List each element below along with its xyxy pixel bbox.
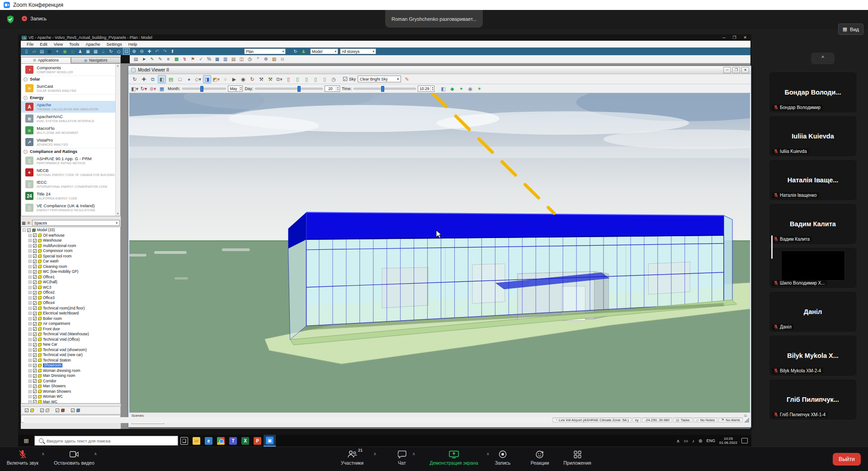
recording-indicator[interactable]: Запись	[22, 16, 47, 21]
collapse-icon[interactable]: −	[24, 150, 28, 154]
share-screen-button[interactable]: Демонстрация экрана	[422, 449, 486, 466]
expand-icon[interactable]: +	[28, 390, 32, 393]
checkbox-checked-icon[interactable]: ✓	[33, 379, 37, 383]
month-slider[interactable]	[182, 88, 226, 90]
Гліб Пилипчук...[interactable]: Гліб Пилипчук... Гліб Пилипчук ХМ-1-4	[769, 379, 857, 420]
checkbox-checked-icon[interactable]: ✓	[33, 364, 37, 367]
checkbox-checked-icon[interactable]: ✓	[33, 270, 37, 274]
checkbox-checked-icon[interactable]: ✓	[33, 233, 37, 237]
month-spinner[interactable]: May▲▼	[228, 86, 243, 92]
tree-item[interactable]: + ✓ WC(hall)	[21, 280, 120, 285]
zoom-window-icon[interactable]: ⊡	[123, 48, 130, 55]
checkbox-checked-icon[interactable]: ✓	[33, 291, 37, 295]
expand-icon[interactable]: +	[28, 239, 32, 242]
Бондар Володи...[interactable]: Бондар Володи... Бондар Володимир	[769, 71, 857, 113]
calendar-icon[interactable]: ▦	[158, 85, 166, 93]
zoom-out-icon[interactable]: ⊖	[138, 48, 145, 55]
tree-item[interactable]: + ✓ multifunctional room	[21, 243, 120, 249]
powerpoint-icon[interactable]: P	[251, 435, 264, 447]
ashrae-app[interactable]: ▯ ASHRAE 90.1 App. G - PRM PERFORMANCE R…	[21, 155, 120, 167]
view-button[interactable]: ▦ Вид	[838, 24, 863, 35]
expand-icon[interactable]: +	[28, 348, 32, 352]
mute-options-chevron[interactable]: ∧	[42, 452, 45, 456]
checkbox-checked-icon[interactable]: ✓	[33, 254, 37, 258]
menu-item[interactable]: Edit	[37, 42, 50, 47]
view-mode-select[interactable]: Plan ▾	[244, 48, 286, 54]
menu-item[interactable]: Apache	[82, 42, 103, 47]
expand-icon[interactable]: +	[28, 328, 32, 331]
tab-applications[interactable]: ⚙ Applications	[21, 57, 71, 63]
checkbox-checked-icon[interactable]: ✓	[25, 409, 28, 412]
model-viewer-titlebar[interactable]: Model Viewer II ─ ❐ ✕	[128, 66, 751, 74]
collapse-icon[interactable]: −	[23, 228, 26, 232]
checkbox-checked-icon[interactable]: ✓	[33, 239, 37, 243]
tree-item[interactable]: + ✓ Boiler room	[21, 316, 120, 322]
open-folder-icon[interactable]: ▱	[31, 48, 38, 55]
checkbox-checked-icon[interactable]: ✓	[33, 306, 37, 310]
video-options-chevron[interactable]: ∧	[94, 452, 97, 456]
shading-icon[interactable]: ◎	[69, 48, 76, 55]
taskbar-search[interactable]: Введите здесь текст для поиска	[34, 436, 178, 446]
copy-icon[interactable]: ⧉	[279, 56, 286, 62]
tree-item[interactable]: + ✓ Woman dreesing room	[21, 368, 120, 374]
fit-view-icon[interactable]: ◇	[115, 48, 122, 55]
participants-collapse-button[interactable]: ^	[811, 52, 835, 64]
flag-icon[interactable]: ⚑	[189, 56, 196, 62]
tree-item[interactable]: + ✓ Technical Void (Warehouse)	[21, 332, 120, 337]
checkbox-checked-icon[interactable]: ✓	[33, 385, 37, 388]
tree-item[interactable]: + ✓ Showroom	[21, 363, 120, 368]
checkbox-checked-icon[interactable]: ✓	[33, 333, 37, 336]
tab-navigators[interactable]: ◍ Navigators	[71, 57, 121, 63]
checkbox-checked-icon[interactable]: ✓	[33, 369, 37, 372]
tree-item[interactable]: + ✓ Man WC	[21, 400, 120, 404]
material-view-icon[interactable]: ◩▾	[212, 75, 220, 83]
collapse-icon[interactable]: −	[24, 77, 28, 81]
ve-scripts-icon[interactable]: ✦	[54, 48, 61, 55]
tree-item[interactable]: + ✓ Office3	[21, 295, 120, 301]
edit-template-icon[interactable]: ✎	[157, 56, 164, 62]
zoom-app-icon[interactable]: ▣	[264, 435, 276, 447]
record-button[interactable]: Запись	[489, 449, 516, 466]
sky-select[interactable]: Clear Bright Sky ▾	[358, 76, 401, 82]
expand-icon[interactable]: +	[28, 312, 32, 315]
participants-options-chevron[interactable]: ∧	[373, 452, 377, 456]
climate-table-icon[interactable]: ◫	[238, 56, 245, 62]
checkbox-checked-icon[interactable]: ✓	[33, 343, 37, 347]
grid-icon[interactable]: ▦	[92, 48, 99, 55]
check-icon[interactable]: ✓	[198, 56, 204, 62]
door-green1-icon[interactable]: ▯	[293, 75, 302, 83]
taskbar-clock[interactable]: 10:25 01.06.2022	[719, 437, 737, 445]
menu-item[interactable]: Tools	[66, 42, 82, 47]
new-file-icon[interactable]: ▯	[23, 48, 30, 55]
cube-nav-icon[interactable]: ◧	[439, 85, 447, 93]
building-icon[interactable]: ⌂	[100, 48, 107, 55]
tree-item[interactable]: + ✓ Oil warhouse	[21, 233, 120, 238]
sky-checkbox[interactable]: ✓	[343, 77, 347, 81]
expand-icon[interactable]: +	[28, 234, 32, 237]
apache-app[interactable]: A Apache THERMAL CALCULATION AND SIMULAT…	[21, 101, 120, 113]
edge-icon[interactable]: e	[203, 435, 215, 447]
checkbox-checked-icon[interactable]: ✓	[33, 281, 37, 284]
tree-item[interactable]: + ✓ Man Dressing room	[21, 373, 120, 379]
tree-item[interactable]: + ✓ Air compartment	[21, 321, 120, 327]
tree-item[interactable]: + ✓ Cleaning room	[21, 264, 120, 270]
assign-icon[interactable]: ≡	[165, 56, 172, 62]
percent-icon[interactable]: %	[206, 56, 212, 62]
tree-item[interactable]: + ✓ Office2	[21, 290, 120, 295]
checkbox-checked-icon[interactable]: ✓	[33, 317, 37, 320]
compass-dropdown-icon[interactable]: ⊚▾	[149, 85, 157, 93]
checkbox-checked-icon[interactable]: ✓	[33, 358, 37, 362]
viewer-close-button[interactable]: ✕	[741, 67, 749, 73]
profile-icon[interactable]: ↯	[181, 56, 188, 62]
checkbox-checked-icon[interactable]: ✓	[33, 390, 37, 393]
person-tools-icon[interactable]: ⚒	[266, 75, 274, 83]
people-icon[interactable]: ♟	[77, 48, 84, 55]
components-app[interactable]: ◔ Components COMPONENT MODELLER	[21, 64, 120, 76]
tools-icon[interactable]: ⚒	[257, 75, 265, 83]
participants-scrollbar[interactable]	[771, 235, 773, 259]
security-shield-icon[interactable]	[6, 15, 14, 24]
animation-icon[interactable]: ▶	[230, 75, 238, 83]
tree-item[interactable]: + ✓ Corridor	[21, 379, 120, 384]
tree-item[interactable]: + ✓ Special tool room	[21, 254, 120, 259]
tree-item[interactable]: + ✓ WC3	[21, 285, 120, 290]
